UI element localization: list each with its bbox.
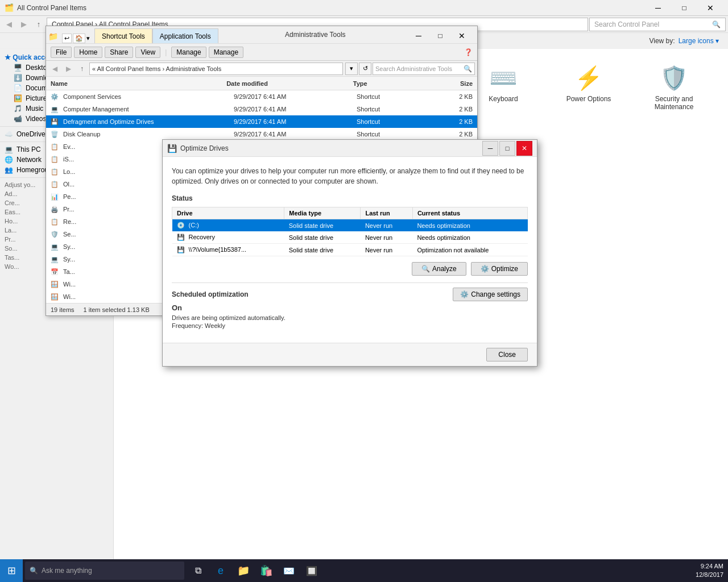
od-optimize-icon: ⚙️ [481,265,489,273]
at-address-path[interactable]: « All Control Panel Items › Administrati… [89,63,343,75]
at-close-btn[interactable]: ✕ [451,28,473,43]
at-tab-shortcut-label: Shortcut Tools [102,32,145,40]
cp-window-icon: 🗂️ [5,3,14,12]
at-quick-btn2[interactable]: 🏠 [73,34,85,43]
at-goto-btn[interactable]: ↺ [359,63,371,75]
taskbar: ⊞ 🔍 Ask me anything ⧉ e 📁 🛍️ ✉️ 🔲 9:24 A… [0,559,728,582]
col-type[interactable]: Type [353,80,424,87]
file-icon-15: 🪟 [51,281,61,288]
search-icon: 🔍 [30,567,38,575]
file-icon-12: 💻 [51,243,61,251]
at-file-row-2[interactable]: 💾 Defragment and Optimize Drives 9/29/20… [46,115,477,128]
file-name-1: Computer Management [63,106,234,113]
od-drive-row-0[interactable]: 💿 (C:) Solid state drive Never run Needs… [172,219,528,232]
at-minimize-btn[interactable]: ─ [408,28,429,43]
at-quick-toolbar: ↩ 🏠 ▾ [62,34,90,43]
at-tab-application[interactable]: Application Tools [152,28,218,43]
od-close-btn[interactable]: ✕ [516,141,532,156]
file-icon-8: 📊 [51,193,61,201]
file-date-0: 9/29/2017 6:41 AM [234,93,357,100]
at-up-btn[interactable]: ↑ [76,63,88,75]
cp-up-btn[interactable]: ↑ [32,18,46,31]
edge-btn[interactable]: e [209,559,232,582]
od-drive-lastrun-0: Never run [361,219,413,232]
od-minimize-btn[interactable]: ─ [482,141,498,156]
file-icon-14: 📅 [51,268,61,276]
od-optimize-btn[interactable]: ⚙️ Optimize [471,262,528,276]
at-search-text: Search Administrative Tools [375,65,452,72]
cp-search-box[interactable]: Search Control Panel 🔍 [589,18,726,31]
file-icon-7: 📋 [51,181,61,188]
power-icon: ⚡ [574,65,603,92]
at-back-btn[interactable]: ◀ [48,63,61,75]
at-refresh-btn[interactable]: ▾ [345,63,358,75]
at-forward-btn[interactable]: ▶ [62,63,75,75]
at-help-btn[interactable]: ❓ [464,48,473,56]
at-folder-icon: 📁 [48,32,58,41]
cortana-btn[interactable]: 🔲 [300,559,323,582]
at-addressbar: ◀ ▶ ↑ « All Control Panel Items › Admini… [46,61,477,77]
od-settings-icon: ⚙️ [460,290,469,298]
cortana-icon: 🔲 [306,566,317,576]
power-label: Power Options [566,95,611,103]
at-ribbon-manage2[interactable]: Manage [209,47,243,58]
cp-item-security[interactable]: 🛡️ Security and Maintenance [637,60,711,115]
od-drive-icon-1: 💾 [177,234,185,240]
od-drive-icon-0: 💿 [177,222,185,228]
file-date-1: 9/29/2017 6:41 AM [234,106,357,113]
od-drive-mediatype-1: Solid state drive [284,231,361,244]
od-divider [172,282,528,283]
od-scheduled-freq: Frequency: Weekly [172,322,528,329]
explorer-btn[interactable]: 📁 [232,559,255,582]
file-type-0: Shortcut [357,93,425,100]
cp-close-btn[interactable]: ✕ [697,0,723,16]
col-date[interactable]: Date modified [226,80,353,87]
file-size-2: 2 KB [425,118,473,125]
at-ribbon-manage1[interactable]: Manage [171,47,206,58]
od-scheduled-status: On [172,304,528,312]
at-ribbon-home[interactable]: Home [74,47,102,58]
task-view-btn[interactable]: ⧉ [187,559,209,582]
cp-titlebar: 🗂️ All Control Panel Items ─ □ ✕ [0,0,728,16]
at-tab-shortcut[interactable]: Shortcut Tools [94,28,152,43]
at-file-row-0[interactable]: ⚙️ Component Services 9/29/2017 6:41 AM … [46,90,477,103]
od-maximize-btn[interactable]: □ [499,141,515,156]
start-button[interactable]: ⊞ [0,559,23,582]
od-drive-row-1[interactable]: 💾 Recovery Solid state drive Never run N… [172,231,528,244]
cp-back-btn[interactable]: ◀ [2,18,16,31]
at-quick-dropdown[interactable]: ▾ [86,35,90,42]
cp-minimize-btn[interactable]: ─ [645,0,671,16]
od-analyze-btn[interactable]: 🔍 Analyze [412,262,466,276]
file-name-0: Component Services [63,93,234,100]
file-icon-4: 📋 [51,143,61,151]
viewby-select[interactable]: Large icons ▾ [679,37,719,45]
od-title-icon: 💾 [167,144,177,153]
windows-icon: ⊞ [7,564,16,577]
od-drive-row-2[interactable]: 💾 \\?\Volume{1b5387... Solid state drive… [172,244,528,256]
at-file-row-3[interactable]: 🗑️ Disk Cleanup 9/29/2017 6:41 AM Shortc… [46,128,477,140]
cp-maximize-btn[interactable]: □ [671,0,697,16]
at-quick-btn1[interactable]: ↩ [62,34,72,43]
homegroup-icon: 👥 [5,166,13,174]
at-search-box[interactable]: Search Administrative Tools 🔍 [373,63,475,75]
at-ribbon-file[interactable]: File [51,47,72,58]
od-change-settings-btn[interactable]: ⚙️ Change settings [453,288,528,301]
at-ribbon-view[interactable]: View [135,47,160,58]
od-scheduled-desc: Drives are being optimized automatically… [172,314,528,321]
od-scheduled-title: Scheduled optimization [172,290,249,298]
od-footer-close-btn[interactable]: Close [486,348,528,361]
at-maximize-btn[interactable]: □ [429,28,451,43]
at-file-row-1[interactable]: 💻 Computer Management 9/29/2017 6:41 AM … [46,103,477,115]
taskbar-search[interactable]: 🔍 Ask me anything [25,562,184,580]
cp-forward-btn[interactable]: ▶ [17,18,31,31]
store-btn[interactable]: 🛍️ [255,559,278,582]
od-col-mediatype: Media type [284,207,361,219]
col-size[interactable]: Size [423,80,473,87]
at-ribbon-share[interactable]: Share [105,47,133,58]
at-selected-info: 1 item selected 1.13 KB [84,306,150,313]
cp-item-power[interactable]: ⚡ Power Options [552,60,626,115]
keyboard-icon: ⌨️ [489,65,518,92]
od-drive-status-1: Needs optimization [412,231,527,244]
mail-btn[interactable]: ✉️ [278,559,300,582]
col-name[interactable]: Name [51,80,226,87]
